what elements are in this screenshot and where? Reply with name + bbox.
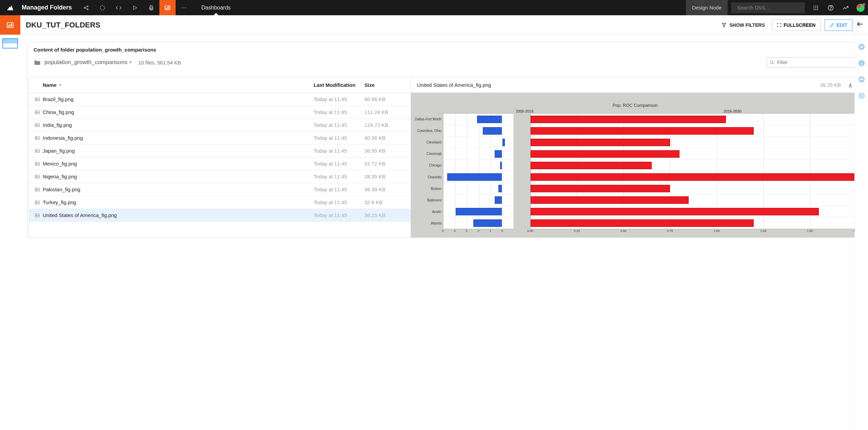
dashboard-icon[interactable] [159,0,176,15]
activity-icon[interactable] [838,0,853,15]
fullscreen-button[interactable]: FULLSCREEN [772,19,821,31]
share-icon[interactable] [78,0,94,15]
file-name: Pakistan_fig.png [43,187,314,192]
svg-point-15 [813,5,814,6]
main-area: Content of folder population_growth_comp… [0,35,868,430]
table-row[interactable]: India_fig.png Today at 11:45 124.72 KB [29,119,411,132]
y-axis-label: Baltimore [414,194,443,206]
svg-point-20 [817,7,818,8]
global-search[interactable] [731,2,805,13]
filter-icon [721,22,727,28]
code-icon[interactable] [111,0,127,15]
fullscreen-label: FULLSCREEN [784,22,815,28]
comments-button[interactable] [858,76,865,83]
file-name: Brazil_fig.png [43,96,314,102]
table-row[interactable]: Brazil_fig.png Today at 11:45 60.96 KB [29,93,411,106]
svg-point-16 [815,5,816,6]
design-node-badge[interactable]: Design Node [686,0,728,15]
svg-point-2 [87,9,88,10]
download-button[interactable] [848,82,853,88]
file-name: Japan_fig.png [43,148,314,154]
slide-thumbnail-1[interactable] [2,38,18,48]
more-icon[interactable] [176,0,192,15]
image-icon [35,135,43,141]
tab-dashboards[interactable]: Dashboards [192,0,240,15]
table-row[interactable]: Nigeria_fig.png Today at 11:45 28.35 KB [29,170,411,183]
image-icon [35,200,43,205]
bar-red [531,185,670,192]
chart-row: Dallas-Fort WorthColumbus, OhioCleveland… [414,113,856,229]
user-avatar[interactable] [853,0,868,15]
add-tile-button[interactable] [858,43,865,51]
edit-button[interactable]: EDIT [825,19,852,31]
info-button[interactable]: i [858,59,865,67]
search-icon [770,60,774,65]
column-header-size[interactable]: Size [364,82,405,88]
svg-point-25 [831,9,831,9]
bar-blue [495,150,502,158]
history-button[interactable] [858,92,865,99]
folder-icon [34,59,41,66]
svg-rect-29 [11,23,12,26]
table-row[interactable]: Pakistan_fig.png Today at 11:45 36.39 KB [29,183,411,196]
file-size: 36.39 KB [364,187,405,192]
file-table: Name Last Modification Size Brazil_fig.p… [29,77,411,237]
y-axis-label: Charlotte [414,171,443,183]
page-title: DKU_TUT_FOLDERS [26,21,100,30]
file-size: 32.6 KB [364,199,405,205]
image-icon [35,148,43,154]
flow-icon[interactable] [94,0,111,15]
file-mod: Today at 11:45 [314,148,364,154]
table-row[interactable]: China_fig.png Today at 11:45 111.24 KB [29,106,411,119]
svg-point-1 [87,6,88,7]
file-size: 111.24 KB [364,109,405,115]
file-name: United States of America_fig.png [43,212,314,218]
bar-blue [502,139,505,146]
file-size: 36.95 KB [364,148,405,154]
column-header-name[interactable]: Name [35,82,314,88]
show-filters-button[interactable]: SHOW FILTERS [718,22,768,28]
folder-name-dropdown[interactable]: population_growth_comparisons [44,59,132,66]
folder-breadcrumb-row: population_growth_comparisons 10 files, … [27,55,861,73]
svg-point-0 [84,7,85,8]
file-name: Mexico_fig.png [43,161,314,167]
image-icon [35,161,43,167]
filter-box[interactable] [767,57,855,67]
table-row[interactable]: Turkey_fig.png Today at 11:45 32.6 KB [29,196,411,209]
back-arrow-button[interactable] [853,20,867,28]
svg-point-11 [182,7,182,8]
image-icon [35,174,43,179]
image-icon [35,187,43,192]
file-size: 124.72 KB [364,122,405,128]
global-search-input[interactable] [737,5,802,11]
image-icon [35,97,43,102]
svg-point-23 [817,9,818,10]
app-logo[interactable] [0,0,20,15]
help-icon[interactable] [823,0,838,15]
file-name: Nigeria_fig.png [43,174,314,179]
project-title[interactable]: Managed Folders [20,4,78,11]
filter-input[interactable] [777,60,852,65]
play-icon[interactable] [127,0,143,15]
slide-thumbnails [0,35,20,430]
preview-panel: United States of America_fig.png 38.25 K… [411,77,860,237]
edit-label: EDIT [836,22,847,28]
table-row[interactable]: Mexico_fig.png Today at 11:45 51.72 KB [29,157,411,170]
table-row[interactable]: Japan_fig.png Today at 11:45 36.95 KB [29,144,411,157]
file-size: 28.35 KB [364,174,405,179]
bar-red [531,208,819,215]
apps-icon[interactable] [808,0,823,15]
table-row[interactable]: Indonesia_fig.png Today at 11:45 40.36 K… [29,132,411,144]
preview-header: United States of America_fig.png 38.25 K… [411,77,859,93]
file-table-header: Name Last Modification Size [29,77,411,93]
file-name: Turkey_fig.png [43,199,314,205]
folder-stats: 10 files, 561.54 KB [138,60,181,65]
folder-name-label: population_growth_comparisons [44,59,127,66]
image-icon [35,110,43,115]
bar-red [531,173,856,181]
column-header-mod[interactable]: Last Modification [314,82,364,88]
print-icon[interactable] [143,0,159,15]
table-row[interactable]: United States of America_fig.png Today a… [29,209,411,222]
y-axis-label: Austin [414,206,443,218]
right-rail: i [854,35,868,430]
